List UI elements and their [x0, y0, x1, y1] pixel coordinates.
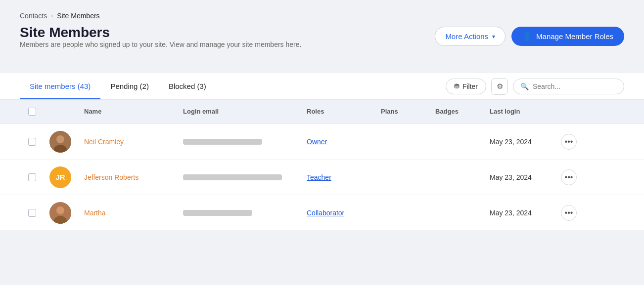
row2-role[interactable]: Teacher: [307, 173, 331, 181]
row2-last-login-cell: May 23, 2024: [485, 168, 554, 186]
col-last-login: Last login: [485, 105, 554, 119]
col-roles: Roles: [302, 105, 376, 119]
row2-email-cell: [178, 169, 302, 185]
row2-email-blur: [183, 174, 282, 180]
filter-icon: ⛃: [454, 82, 460, 90]
row3-last-login: May 23, 2024: [490, 209, 532, 217]
search-icon: 🔍: [520, 82, 529, 90]
search-box: 🔍: [513, 79, 624, 94]
row1-last-login: May 23, 2024: [490, 138, 532, 146]
col-plans: Plans: [376, 105, 430, 119]
svg-point-1: [56, 135, 64, 143]
row1-email-cell: [178, 134, 302, 150]
row3-badges: [430, 208, 485, 218]
row2-actions-cell: •••: [554, 164, 584, 190]
row1-avatar: [49, 131, 71, 153]
row3-checkbox-cell: [20, 204, 45, 222]
row3-role-cell: Collaborator: [302, 204, 376, 222]
col-badges: Badges: [430, 105, 485, 119]
manage-member-roles-button[interactable]: 👤 Manage Member Roles: [511, 27, 624, 46]
row2-checkbox-cell: [20, 168, 45, 186]
row1-role[interactable]: Owner: [307, 138, 327, 146]
row3-name-cell: Martha: [79, 204, 178, 222]
row2-last-login: May 23, 2024: [490, 173, 532, 181]
row2-name-cell: Jefferson Roberts: [79, 168, 178, 186]
tabs: Site members (43) Pending (2) Blocked (3…: [20, 73, 216, 99]
table-row: Neil Cramley Owner May 23, 2024 •••: [0, 124, 644, 160]
row3-last-login-cell: May 23, 2024: [485, 204, 554, 222]
row3-avatar: [49, 202, 71, 224]
col-avatar: [45, 105, 79, 119]
col-name: Name: [79, 105, 178, 119]
row2-avatar: JR: [49, 166, 71, 188]
row1-checkbox-cell: [20, 133, 45, 151]
tab-site-members[interactable]: Site members (43): [20, 73, 100, 99]
row1-checkbox[interactable]: [28, 138, 36, 146]
row2-badges: [430, 172, 485, 182]
row2-avatar-cell: JR: [45, 162, 79, 193]
row1-badges: [430, 137, 485, 147]
row1-more-options-button[interactable]: •••: [561, 134, 577, 150]
table-row: Martha Collaborator May 23, 2024 •••: [0, 195, 644, 231]
more-actions-button[interactable]: More Actions ▾: [435, 27, 506, 46]
row3-email-cell: [178, 205, 302, 221]
row3-checkbox[interactable]: [28, 209, 36, 217]
row3-name: Martha: [84, 209, 106, 217]
row3-role[interactable]: Collaborator: [307, 209, 344, 217]
row2-more-options-button[interactable]: •••: [561, 169, 577, 185]
row1-name: Neil Cramley: [84, 138, 124, 146]
row3-plans: [376, 208, 430, 218]
breadcrumb-separator: ›: [51, 12, 53, 19]
row1-avatar-cell: [45, 126, 79, 158]
tab-pending[interactable]: Pending (2): [100, 73, 159, 99]
breadcrumb-parent[interactable]: Contacts: [20, 12, 47, 20]
breadcrumb-current: Site Members: [57, 12, 99, 20]
row3-more-options-button[interactable]: •••: [561, 205, 577, 221]
row2-checkbox[interactable]: [28, 173, 36, 181]
table-row: JR Jefferson Roberts Teacher May 23, 202…: [0, 160, 644, 195]
sort-icon: ⚙: [497, 82, 503, 91]
svg-point-4: [56, 206, 64, 214]
filter-button[interactable]: ⛃ Filter: [446, 79, 486, 94]
row1-last-login-cell: May 23, 2024: [485, 133, 554, 151]
chevron-down-icon: ▾: [492, 33, 495, 40]
row1-actions-cell: •••: [554, 129, 584, 155]
row3-email-blur: [183, 210, 252, 216]
row1-name-cell: Neil Cramley: [79, 133, 178, 151]
page-title: Site Members: [20, 25, 301, 41]
sort-button[interactable]: ⚙: [491, 78, 508, 95]
row2-role-cell: Teacher: [302, 168, 376, 186]
col-email: Login email: [178, 105, 302, 119]
row1-email-blur: [183, 139, 262, 145]
row2-plans: [376, 172, 430, 182]
row1-plans: [376, 137, 430, 147]
search-input[interactable]: [533, 82, 617, 90]
select-all-checkbox[interactable]: [28, 108, 36, 116]
person-icon: 👤: [522, 32, 532, 41]
row3-actions-cell: •••: [554, 200, 584, 226]
select-all-checkbox-cell: [20, 105, 45, 119]
row1-role-cell: Owner: [302, 133, 376, 151]
row2-name: Jefferson Roberts: [84, 173, 138, 181]
row3-avatar-cell: [45, 197, 79, 229]
page-subtitle: Members are people who signed up to your…: [20, 41, 301, 48]
breadcrumb: Contacts › Site Members: [20, 12, 624, 20]
tab-blocked[interactable]: Blocked (3): [159, 73, 216, 99]
col-actions: [554, 105, 584, 119]
